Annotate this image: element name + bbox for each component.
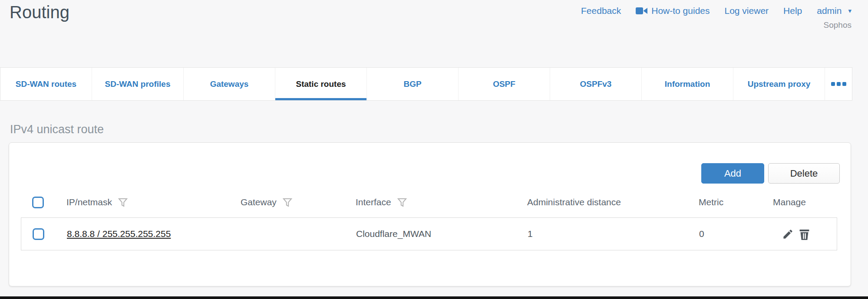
log-viewer-link[interactable]: Log viewer (725, 6, 769, 16)
delete-trash-icon[interactable] (799, 228, 810, 240)
column-header-ip-netmask: IP/netmask (66, 197, 112, 207)
table-header-row: IP/netmask Gateway Interface Administrat… (21, 191, 837, 213)
edit-pencil-icon[interactable] (782, 228, 794, 240)
manage-actions (782, 228, 810, 240)
tab-gateways[interactable]: Gateways (184, 68, 275, 100)
tab-information[interactable]: Information (642, 68, 733, 100)
column-header-gateway: Gateway (241, 197, 277, 207)
route-metric-value: 0 (699, 229, 704, 239)
page-header: Routing Feedback How-to guides Log viewe… (0, 0, 868, 67)
column-header-manage: Manage (773, 197, 806, 207)
howto-guides-link[interactable]: How-to guides (636, 6, 710, 16)
tab-static-routes[interactable]: Static routes (275, 68, 367, 100)
table-row: 8.8.8.8 / 255.255.255.255 Cloudflare_MWA… (21, 217, 837, 250)
section-title: IPv4 unicast route (10, 123, 104, 136)
route-ip-netmask-link[interactable]: 8.8.8.8 / 255.255.255.255 (67, 229, 171, 239)
route-interface-value: Cloudflare_MWAN (356, 229, 431, 239)
column-header-interface: Interface (356, 197, 391, 207)
routes-table: IP/netmask Gateway Interface Administrat… (21, 191, 837, 250)
page-title: Routing (10, 3, 69, 22)
video-camera-icon (636, 7, 647, 15)
more-tabs-button[interactable] (825, 68, 852, 100)
tab-sd-wan-routes[interactable]: SD-WAN routes (0, 68, 92, 100)
tab-ospfv3[interactable]: OSPFv3 (550, 68, 642, 100)
tab-bgp[interactable]: BGP (367, 68, 459, 100)
filter-funnel-icon[interactable] (397, 198, 407, 207)
user-menu[interactable]: admin ▾ (817, 6, 851, 16)
filter-funnel-icon[interactable] (118, 198, 128, 207)
brand-label: Sophos (824, 20, 851, 30)
add-button[interactable]: Add (701, 163, 764, 184)
tab-bar: SD-WAN routes SD-WAN profiles Gateways S… (0, 67, 852, 101)
column-header-administrative-distance: Administrative distance (527, 197, 621, 207)
help-link[interactable]: Help (783, 6, 802, 16)
routes-card: Add Delete IP/netmask Gateway Interface (9, 142, 851, 286)
select-all-checkbox[interactable] (32, 197, 44, 208)
row-checkbox[interactable] (33, 228, 44, 240)
tab-sd-wan-profiles[interactable]: SD-WAN profiles (92, 68, 184, 100)
tab-upstream-proxy[interactable]: Upstream proxy (733, 68, 825, 100)
route-administrative-distance-value: 1 (528, 229, 533, 239)
caret-down-icon: ▾ (848, 7, 851, 15)
tab-ospf[interactable]: OSPF (459, 68, 550, 100)
feedback-link[interactable]: Feedback (581, 6, 621, 16)
top-navigation: Feedback How-to guides Log viewer Help a… (581, 6, 851, 16)
delete-button[interactable]: Delete (768, 163, 840, 184)
ellipsis-icon (831, 82, 846, 86)
filter-funnel-icon[interactable] (283, 198, 292, 207)
column-header-metric: Metric (699, 197, 723, 207)
table-toolbar: Add Delete (701, 163, 840, 184)
window-bottom-edge (0, 296, 868, 299)
